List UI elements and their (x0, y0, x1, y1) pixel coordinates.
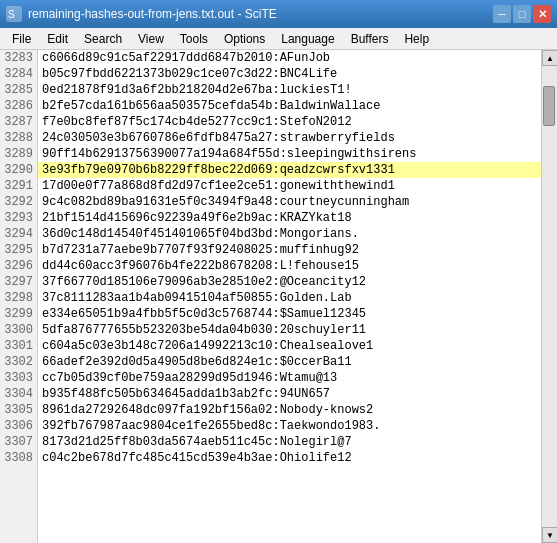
text-line[interactable]: 24c030503e3b6760786e6fdfb8475a27:strawbe… (38, 130, 541, 146)
line-number: 3292 (0, 194, 37, 210)
text-line[interactable]: b7d7231a77aebe9b7707f93f92408025:muffinh… (38, 242, 541, 258)
menu-item-edit[interactable]: Edit (39, 28, 76, 49)
text-line[interactable]: 8961da27292648dc097fa192bf156a02:Nobody-… (38, 402, 541, 418)
line-number: 3295 (0, 242, 37, 258)
text-line[interactable]: 90ff14b62913756390077а194a684f55d:sleepi… (38, 146, 541, 162)
text-line[interactable]: e334e65051b9a4fbb5f5c0d3c5768744:$Samuel… (38, 306, 541, 322)
scroll-up-arrow[interactable]: ▲ (542, 50, 557, 66)
menu-item-language[interactable]: Language (273, 28, 342, 49)
line-number: 3291 (0, 178, 37, 194)
line-number: 3285 (0, 82, 37, 98)
line-number: 3293 (0, 210, 37, 226)
app-icon: S (6, 6, 22, 22)
text-line[interactable]: 66adef2e392d0d5a4905d8be6d824e1c:$0cсerB… (38, 354, 541, 370)
text-content[interactable]: c6066d89c91c5af22917ddd6847b2010:AFunJob… (38, 50, 541, 543)
line-number: 3286 (0, 98, 37, 114)
line-number: 3304 (0, 386, 37, 402)
title-bar: S remaining-hashes-out-from-jens.txt.out… (0, 0, 557, 28)
text-line[interactable]: 37f66770d185106e79096ab3e28510e2:@Oceanc… (38, 274, 541, 290)
line-numbers: 3283328432853286328732883289329032913292… (0, 50, 38, 543)
menu-item-buffers[interactable]: Buffers (343, 28, 397, 49)
vertical-scrollbar[interactable]: ▲ ▼ (541, 50, 557, 543)
scroll-track[interactable] (542, 66, 557, 527)
line-number: 3302 (0, 354, 37, 370)
text-line[interactable]: b05c97fbdd6221373b029c1ce07c3d22:BNC4Lif… (38, 66, 541, 82)
scroll-down-arrow[interactable]: ▼ (542, 527, 557, 543)
window-title: remaining-hashes-out-from-jens.txt.out -… (28, 7, 493, 21)
content-area: 3283328432853286328732883289329032913292… (0, 50, 557, 543)
line-number: 3300 (0, 322, 37, 338)
editor-container: 3283328432853286328732883289329032913292… (0, 50, 557, 543)
line-number: 3296 (0, 258, 37, 274)
text-line[interactable]: 3e93fb79e0970b6b8229ff8bec22d069:qeadzcw… (38, 162, 541, 178)
text-line[interactable]: 9c4c082bd89ba91631e5f0c3494f9a48:courtne… (38, 194, 541, 210)
text-line[interactable]: dd44c60acc3f96076b4fe222b8678208:L!fehou… (38, 258, 541, 274)
line-number: 3298 (0, 290, 37, 306)
line-number: 3290 (0, 162, 37, 178)
text-line[interactable]: 17d00e0f77a868d8fd2d97cf1ee2ce51:gonewit… (38, 178, 541, 194)
text-line[interactable]: 392fb767987aac9804ce1fe2655bed8c:Taekwon… (38, 418, 541, 434)
text-line[interactable]: c6066d89c91c5af22917ddd6847b2010:AFunJob (38, 50, 541, 66)
line-number: 3289 (0, 146, 37, 162)
menu-bar: FileEditSearchViewToolsOptionsLanguageBu… (0, 28, 557, 50)
text-line[interactable]: 5dfa876777655b523203be54da04b030:20schuy… (38, 322, 541, 338)
text-line[interactable]: cc7b05d39cf0be759aa28299d95d1946:Wtamu@1… (38, 370, 541, 386)
scroll-thumb[interactable] (543, 86, 555, 126)
line-number: 3294 (0, 226, 37, 242)
svg-text:S: S (8, 9, 15, 20)
text-line[interactable]: 37c8111283aa1b4ab09415104af50855:Golden.… (38, 290, 541, 306)
menu-item-help[interactable]: Help (396, 28, 437, 49)
text-line[interactable]: 21bf1514d415696c92239a49f6e2b9ac:KRAZYka… (38, 210, 541, 226)
text-line[interactable]: c604a5c03e3b148c7206a14992213c10:Chealse… (38, 338, 541, 354)
line-number: 3301 (0, 338, 37, 354)
text-line[interactable]: f7e0bc8fef87f5c174cb4de5277cc9c1:StefоN2… (38, 114, 541, 130)
line-number: 3283 (0, 50, 37, 66)
menu-item-view[interactable]: View (130, 28, 172, 49)
text-line[interactable]: 0ed21878f91d3a6f2bb218204d2e67ba:luckies… (38, 82, 541, 98)
line-number: 3284 (0, 66, 37, 82)
minimize-button[interactable]: ─ (493, 5, 511, 23)
line-number: 3297 (0, 274, 37, 290)
maximize-button[interactable]: □ (513, 5, 531, 23)
text-line[interactable]: 8173d21d25ff8b03da5674aeb511c45c:Nolegir… (38, 434, 541, 450)
close-button[interactable]: ✕ (533, 5, 551, 23)
line-number: 3308 (0, 450, 37, 466)
text-line[interactable]: b935f488fc505b634645adda1b3ab2fc:94UN657 (38, 386, 541, 402)
window-controls: ─ □ ✕ (493, 5, 551, 23)
line-number: 3307 (0, 434, 37, 450)
menu-item-tools[interactable]: Tools (172, 28, 216, 49)
line-number: 3299 (0, 306, 37, 322)
text-line[interactable]: 36d0c148d14540f451401065f04bd3bd:Mongori… (38, 226, 541, 242)
line-number: 3288 (0, 130, 37, 146)
text-line[interactable]: b2fe57cda161b656aa503575cefda54b:Baldwin… (38, 98, 541, 114)
line-number: 3306 (0, 418, 37, 434)
text-line[interactable]: c04c2be678d7fc485c415cd539e4b3ae:Ohiolif… (38, 450, 541, 466)
line-number: 3305 (0, 402, 37, 418)
menu-item-search[interactable]: Search (76, 28, 130, 49)
menu-item-file[interactable]: File (4, 28, 39, 49)
line-number: 3303 (0, 370, 37, 386)
line-number: 3287 (0, 114, 37, 130)
menu-item-options[interactable]: Options (216, 28, 273, 49)
